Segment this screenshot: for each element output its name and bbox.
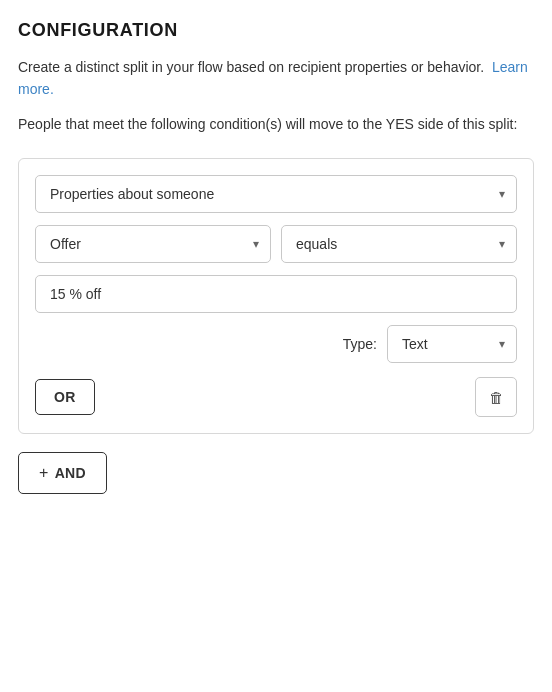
field-dropdown[interactable]: Offer Email Name Phone bbox=[35, 225, 271, 263]
description-main: Create a distinct split in your flow bas… bbox=[18, 59, 484, 75]
delete-button[interactable]: 🗑 bbox=[475, 377, 517, 417]
and-button[interactable]: + AND bbox=[18, 452, 107, 494]
or-button[interactable]: OR bbox=[35, 379, 95, 415]
actions-row: OR 🗑 bbox=[35, 377, 517, 417]
page-title: CONFIGURATION bbox=[18, 20, 534, 41]
property-dropdown[interactable]: Properties about someone Properties abou… bbox=[35, 175, 517, 213]
and-button-label: AND bbox=[55, 465, 86, 481]
field-operator-row: Offer Email Name Phone ▾ equals does not… bbox=[35, 225, 517, 263]
value-input[interactable] bbox=[35, 275, 517, 313]
type-label: Type: bbox=[343, 336, 377, 352]
value-input-row bbox=[35, 275, 517, 313]
condition-group: Properties about someone Properties abou… bbox=[18, 158, 534, 434]
field-select-wrapper: Offer Email Name Phone ▾ bbox=[35, 225, 271, 263]
condition-statement: People that meet the following condition… bbox=[18, 114, 534, 136]
property-select-wrapper: Properties about someone Properties abou… bbox=[35, 175, 517, 213]
type-row: Type: Text Number Date Boolean ▾ bbox=[35, 325, 517, 363]
trash-icon: 🗑 bbox=[489, 389, 504, 406]
operator-select-wrapper: equals does not equal contains does not … bbox=[281, 225, 517, 263]
type-select-wrapper: Text Number Date Boolean ▾ bbox=[387, 325, 517, 363]
property-dropdown-row: Properties about someone Properties abou… bbox=[35, 175, 517, 213]
operator-dropdown[interactable]: equals does not equal contains does not … bbox=[281, 225, 517, 263]
description-text: Create a distinct split in your flow bas… bbox=[18, 57, 534, 100]
type-dropdown[interactable]: Text Number Date Boolean bbox=[387, 325, 517, 363]
plus-icon: + bbox=[39, 464, 49, 482]
